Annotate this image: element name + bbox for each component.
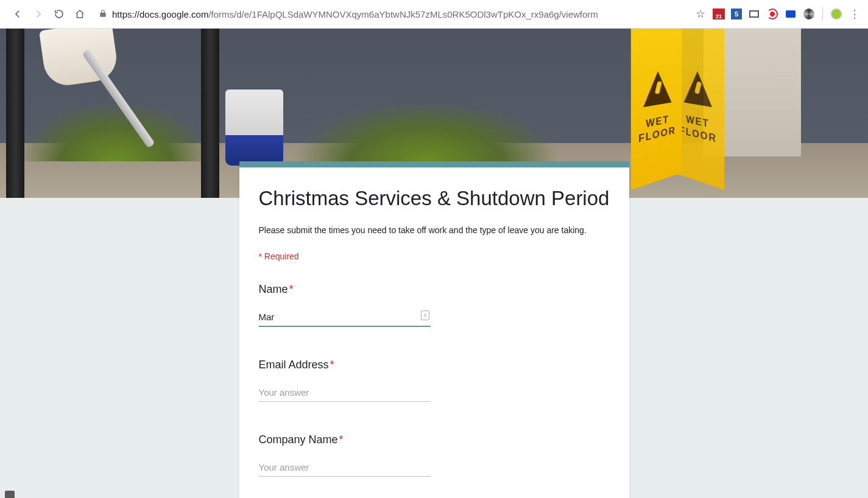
calendar-extension-icon[interactable]: 21 — [713, 9, 725, 19]
question-name: Name* — [259, 283, 610, 327]
browser-menu-icon[interactable]: ⋮ — [849, 8, 861, 20]
question-email: Email Address* — [259, 359, 610, 402]
email-input[interactable] — [259, 385, 431, 402]
company-input[interactable] — [259, 460, 431, 477]
form-description: Please submit the times you need to take… — [259, 224, 610, 237]
svg-point-0 — [425, 314, 426, 315]
address-bar[interactable]: https://docs.google.com/forms/d/e/1FAlpQ… — [93, 5, 691, 23]
lock-icon — [99, 9, 107, 19]
spiral-extension-icon[interactable] — [803, 8, 815, 20]
form-card: Christmas Services & Shutdown Period Ple… — [239, 161, 629, 498]
form-accent-bar — [239, 161, 629, 167]
question-label: Name* — [259, 283, 610, 296]
divider — [822, 7, 823, 21]
required-label: * Required — [259, 251, 610, 261]
question-label: Email Address* — [259, 359, 610, 371]
extension-icons: ☆ 21 5 ⋮ — [694, 7, 863, 21]
status-badge — [5, 491, 15, 498]
extension-badge-5[interactable]: 5 — [731, 9, 742, 19]
browser-toolbar: https://docs.google.com/forms/d/e/1FAlpQ… — [0, 0, 868, 29]
page-viewport: WETFLOOR WETFLOOR Christmas Services & S… — [0, 29, 868, 498]
profile-avatar-icon[interactable] — [830, 8, 842, 20]
contact-autofill-icon[interactable] — [421, 310, 429, 320]
back-button[interactable] — [9, 5, 27, 23]
form-title: Christmas Services & Shutdown Period — [259, 186, 610, 212]
question-label: Company Name* — [259, 433, 610, 446]
home-button[interactable] — [71, 5, 89, 23]
swoosh-extension-icon[interactable] — [766, 8, 778, 20]
reload-button[interactable] — [50, 5, 68, 23]
url-text: https://docs.google.com/forms/d/e/1FAlpQ… — [112, 9, 598, 19]
blue-extension-icon[interactable] — [785, 8, 797, 20]
question-company: Company Name* — [259, 433, 610, 477]
bookmark-star-icon[interactable]: ☆ — [694, 8, 707, 20]
forward-button[interactable] — [29, 5, 48, 23]
name-input[interactable] — [259, 309, 431, 327]
fullscreen-extension-icon[interactable] — [748, 8, 760, 20]
